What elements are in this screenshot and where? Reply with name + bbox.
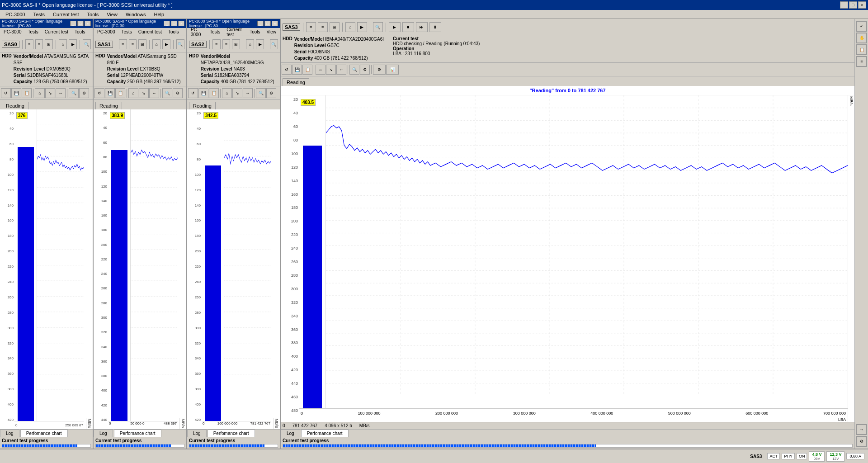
panel-sas2-menu-tools[interactable]: Tools (247, 29, 263, 34)
tb2-btn[interactable]: 📋 (115, 88, 125, 98)
tb2-btn[interactable]: 📋 (209, 88, 219, 98)
tb-btn[interactable]: ≡ (119, 39, 127, 49)
sas3-label[interactable]: SAS3 (283, 24, 300, 31)
tb-btn[interactable]: 🔍 (270, 39, 278, 49)
tb2-btn[interactable]: ↔ (336, 65, 346, 75)
tb2-btn1[interactable]: ↺ (1, 88, 11, 98)
panel-sas0-minimize[interactable]: _ (70, 21, 76, 26)
menu-tools[interactable]: Tools (84, 11, 103, 18)
tb2-btn[interactable]: 🔍 (349, 65, 359, 75)
tb-btn-5[interactable]: ▶ (69, 39, 77, 49)
tb2-btn[interactable]: 💾 (198, 88, 208, 98)
panel-sas2-menu-pc3000[interactable]: PC-3000 (188, 27, 206, 37)
tb2-btn[interactable]: ↔ (243, 88, 253, 98)
tb-btn[interactable]: ⊞ (232, 39, 240, 49)
tb2-btn6[interactable]: ↔ (56, 88, 66, 98)
right-btn-3[interactable]: 📋 (856, 44, 867, 55)
tab-perf-sas3[interactable]: Perfomance chart (301, 430, 349, 437)
tb-btn-1[interactable]: ≡ (25, 39, 33, 49)
right-btn-5[interactable]: ↔ (856, 424, 867, 435)
right-btn-6[interactable]: ⚙ (856, 436, 867, 447)
tab-perf-sas2[interactable]: Perfomance chart (208, 430, 255, 437)
panel-sas1-menu-tests[interactable]: Tests (118, 29, 134, 34)
menu-current-test[interactable]: Current test (49, 11, 82, 18)
tb2-btn7[interactable]: 🔍 (69, 88, 79, 98)
panel-sas0-menu-tools[interactable]: Tools (72, 29, 88, 34)
stop-btn[interactable]: ■ (402, 22, 414, 32)
right-btn-4[interactable]: ≡ (856, 56, 867, 67)
play-btn[interactable]: ▶ (389, 22, 401, 32)
tb2-btn[interactable]: ↘ (326, 65, 336, 75)
tb2-btn[interactable]: 💾 (292, 65, 302, 75)
tb2-btn[interactable]: 📋 (302, 65, 312, 75)
right-btn-1[interactable]: ✓ (856, 21, 867, 32)
tb-btn[interactable]: ≡ (212, 39, 221, 49)
tb2-btn4[interactable]: ⌂ (35, 88, 45, 98)
menu-windows[interactable]: Windows (122, 11, 150, 18)
tb-btn[interactable]: ▶ (162, 39, 170, 49)
tb-btn[interactable]: ≡ (318, 22, 328, 32)
sas0-label[interactable]: SAS0 (2, 41, 19, 48)
tb2-btn[interactable]: ↺ (94, 88, 104, 98)
tb-btn-4[interactable]: ⌂ (59, 39, 67, 49)
tb-btn[interactable]: ▶ (256, 39, 264, 49)
tb-btn-2[interactable]: ≡ (35, 39, 43, 49)
right-btn-2[interactable]: ✋ (856, 33, 867, 43)
tb2-btn[interactable]: 🔍 (256, 88, 266, 98)
tb-btn-3[interactable]: ⊞ (45, 39, 53, 49)
tb-btn[interactable]: ≡ (306, 22, 316, 32)
tb2-btn[interactable]: 🔍 (162, 88, 172, 98)
tb2-btn[interactable]: ⌂ (316, 65, 326, 75)
tb-btn[interactable]: ⌂ (345, 22, 355, 32)
panel-sas2-menu-current[interactable]: Current test (224, 27, 246, 37)
tb2-btn[interactable]: ↺ (188, 88, 198, 98)
tb-btn[interactable]: ⌂ (152, 39, 160, 49)
panel-sas1-menu-tools[interactable]: Tools (165, 29, 181, 34)
panel-sas2-close[interactable]: × (272, 21, 278, 26)
tb-btn[interactable]: ≡ (222, 39, 231, 49)
panel-sas1-minimize[interactable]: _ (164, 21, 170, 26)
panel-sas0-menu-current[interactable]: Current test (42, 29, 71, 34)
tb2-btn[interactable]: ⌂ (128, 88, 138, 98)
tb2-btn2[interactable]: 💾 (11, 88, 21, 98)
reading-tab-sas3[interactable]: Reading (283, 78, 309, 86)
tb-btn[interactable]: 🔍 (373, 22, 383, 32)
tb-btn-6[interactable]: 🔍 (83, 39, 91, 49)
tb-btn[interactable]: ⊞ (138, 39, 146, 49)
menu-help[interactable]: Help (151, 11, 168, 18)
panel-sas1-menu-pc3000[interactable]: PC-3000 (94, 29, 118, 34)
panel-sas2-maximize[interactable]: □ (264, 21, 271, 26)
skip-btn[interactable]: ⏭ (416, 22, 428, 32)
tb2-btn5[interactable]: ↘ (45, 88, 55, 98)
tab-perf-sas0[interactable]: Perfomance chart (20, 430, 68, 437)
tb2-btn8[interactable]: ⚙ (79, 88, 89, 98)
tb2-btn[interactable]: ↘ (139, 88, 149, 98)
tb2-btn3[interactable]: 📋 (22, 88, 32, 98)
tb2-btn[interactable]: ↺ (282, 65, 292, 75)
tb2-btn-extra2[interactable]: 📊 (386, 65, 399, 75)
close-button[interactable]: × (858, 1, 866, 9)
panel-sas0-menu-tests[interactable]: Tests (25, 29, 41, 34)
tb2-btn[interactable]: ⚙ (266, 88, 276, 98)
tab-log-sas1[interactable]: Log (94, 430, 113, 437)
minimize-button[interactable]: _ (840, 1, 848, 9)
panel-sas0-close[interactable]: × (85, 21, 91, 26)
reading-tab-sas1[interactable]: Reading (95, 102, 122, 109)
panel-sas0-maximize[interactable]: □ (77, 21, 84, 26)
panel-sas2-menu-tests[interactable]: Tests (207, 29, 223, 34)
tb-btn[interactable]: 🔍 (176, 39, 184, 49)
tab-log-sas2[interactable]: Log (187, 430, 207, 437)
sas2-label[interactable]: SAS2 (189, 41, 207, 48)
tb2-btn-extra[interactable]: ⚙ (373, 65, 386, 75)
sas1-label[interactable]: SAS1 (95, 41, 113, 48)
pause-btn[interactable]: ⏸ (429, 22, 441, 32)
tb-btn[interactable]: ⊞ (330, 22, 340, 32)
tb2-btn[interactable]: ⚙ (360, 65, 370, 75)
panel-sas2-menu-view[interactable]: View (264, 29, 279, 34)
menu-tests[interactable]: Tests (29, 11, 48, 18)
tb-btn[interactable]: ⌂ (246, 39, 254, 49)
menu-pc3000[interactable]: PC-3000 (2, 11, 28, 18)
tb2-btn[interactable]: ⚙ (173, 88, 183, 98)
panel-sas1-maximize[interactable]: □ (171, 21, 177, 26)
panel-sas1-menu-current[interactable]: Current test (136, 29, 165, 34)
